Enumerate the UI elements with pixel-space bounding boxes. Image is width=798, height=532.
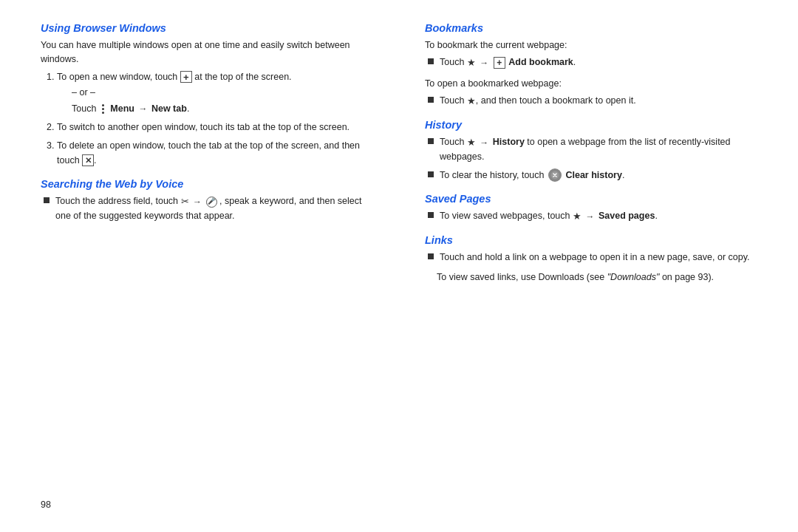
new-tab-label: New tab	[151, 103, 187, 114]
page-number: 98	[41, 494, 757, 510]
bullet-icon-4	[428, 138, 434, 144]
links-bullets: Touch and hold a link on a webpage to op…	[425, 250, 757, 265]
touch-menu: Touch Menu → New tab.	[57, 102, 373, 116]
bullet-icon-7	[428, 253, 434, 259]
section-body-browser-windows: You can have multiple windows open at on…	[41, 38, 373, 168]
links-extra-text2: on page 93).	[662, 272, 714, 282]
scissors-icon: ✂	[181, 194, 189, 209]
links-text-1: Touch and hold a link on a webpage to op…	[440, 250, 750, 265]
star-icon-3: ★	[467, 135, 476, 150]
history-text-1: Touch ★ → History to open a webpage from…	[440, 135, 757, 165]
browser-windows-intro: You can have multiple windows open at on…	[41, 38, 373, 67]
history-bullet-1: Touch ★ → History to open a webpage from…	[428, 135, 757, 165]
step-2-text: To switch to another open window, touch …	[57, 122, 349, 132]
step-3: To delete an open window, touch the tab …	[57, 139, 373, 168]
columns: Using Browser Windows You can have multi…	[41, 22, 757, 494]
mic-icon: 🎤	[206, 197, 217, 208]
saved-pages-label: Saved pages	[598, 211, 655, 221]
star-icon-1: ★	[467, 55, 476, 70]
bookmarks-bullets-1: Touch ★ → Add bookmark.	[425, 55, 757, 70]
history-bullets: Touch ★ → History to open a webpage from…	[425, 135, 757, 183]
bookmarks-bullet-2: Touch ★, and then touch a bookmark to op…	[428, 94, 757, 109]
section-saved-pages: Saved Pages To view saved webpages, touc…	[425, 193, 757, 224]
section-body-links: Touch and hold a link on a webpage to op…	[425, 250, 757, 285]
section-bookmarks: Bookmarks To bookmark the current webpag…	[425, 22, 757, 109]
bullet-icon-3	[428, 97, 434, 103]
step-1-text: To open a new window, touch + at the top…	[57, 72, 292, 82]
step-1: To open a new window, touch + at the top…	[57, 70, 373, 116]
or-label: – or –	[57, 86, 373, 100]
arrow-icon-1: →	[193, 195, 202, 209]
section-title-browser-windows: Using Browser Windows	[41, 22, 373, 34]
searching-bullet-1: Touch the address field, touch ✂ → 🎤 , s…	[44, 194, 373, 224]
links-extra-text: To view saved links, use Downloads (see	[437, 272, 607, 282]
step-3-text: To delete an open window, touch the tab …	[57, 140, 360, 165]
star-icon-2: ★	[467, 94, 476, 109]
bookmarks-bullets-2: Touch ★, and then touch a bookmark to op…	[425, 94, 757, 109]
saved-pages-bullet-1: To view saved webpages, touch ★ → Saved …	[428, 209, 757, 224]
menu-label: Menu	[110, 103, 137, 114]
clear-history-icon	[548, 168, 562, 182]
history-bullet-2: To clear the history, touch Clear histor…	[428, 168, 757, 183]
bookmarks-text-2: Touch ★, and then touch a bookmark to op…	[440, 94, 636, 109]
x-icon: ✕	[82, 154, 94, 166]
browser-windows-steps: To open a new window, touch + at the top…	[41, 70, 373, 168]
touch-label: Touch	[72, 103, 99, 114]
section-body-saved-pages: To view saved webpages, touch ★ → Saved …	[425, 209, 757, 224]
bullet-icon-6	[428, 212, 434, 218]
clear-history-label: Clear history	[565, 170, 621, 180]
bullet-icon-2	[428, 58, 434, 64]
links-bullet-1: Touch and hold a link on a webpage to op…	[428, 250, 757, 265]
section-title-links: Links	[425, 234, 757, 246]
bookmark-plus-icon	[494, 57, 505, 69]
saved-pages-bullets: To view saved webpages, touch ★ → Saved …	[425, 209, 757, 224]
searching-bullets: Touch the address field, touch ✂ → 🎤 , s…	[41, 194, 373, 224]
right-column: Bookmarks To bookmark the current webpag…	[417, 22, 757, 494]
step-2: To switch to another open window, touch …	[57, 120, 373, 134]
history-label: History	[493, 137, 525, 147]
arrow-icon-2: →	[480, 56, 488, 70]
history-text-2: To clear the history, touch Clear histor…	[440, 168, 624, 183]
star-icon-4: ★	[573, 209, 582, 224]
plus-box-icon: +	[180, 71, 192, 83]
section-body-searching: Touch the address field, touch ✂ → 🎤 , s…	[41, 194, 373, 224]
bookmarks-intro-2: To open a bookmarked webpage:	[425, 77, 757, 91]
section-title-saved-pages: Saved Pages	[425, 193, 757, 205]
section-body-bookmarks: To bookmark the current webpage: Touch ★…	[425, 38, 757, 109]
bullet-icon-5	[428, 171, 434, 177]
section-history: History Touch ★ → History to open a webp…	[425, 119, 757, 183]
page: Using Browser Windows You can have multi…	[0, 0, 798, 532]
section-links: Links Touch and hold a link on a webpage…	[425, 234, 757, 285]
arrow-icon-4: →	[585, 210, 594, 224]
left-column: Using Browser Windows You can have multi…	[41, 22, 388, 494]
menu-icon	[100, 103, 107, 114]
bookmarks-text-1: Touch ★ → Add bookmark.	[440, 55, 576, 70]
searching-text: Touch the address field, touch ✂ → 🎤 , s…	[55, 194, 373, 224]
menu-arrow: →	[138, 102, 147, 116]
section-using-browser-windows: Using Browser Windows You can have multi…	[41, 22, 373, 168]
links-extra: To view saved links, use Downloads (see …	[425, 270, 757, 284]
add-bookmark-label: Add bookmark	[508, 58, 573, 68]
saved-pages-text: To view saved webpages, touch ★ → Saved …	[440, 209, 658, 224]
section-title-searching: Searching the Web by Voice	[41, 178, 373, 190]
section-title-history: History	[425, 119, 757, 131]
section-body-history: Touch ★ → History to open a webpage from…	[425, 135, 757, 183]
bookmarks-intro-1: To bookmark the current webpage:	[425, 38, 757, 52]
bullet-icon	[44, 197, 50, 203]
bookmarks-bullet-1: Touch ★ → Add bookmark.	[428, 55, 757, 70]
section-title-bookmarks: Bookmarks	[425, 22, 757, 34]
links-italic: "Downloads"	[607, 272, 660, 282]
arrow-icon-3: →	[480, 136, 488, 150]
section-searching-web-voice: Searching the Web by Voice Touch the add…	[41, 178, 373, 224]
